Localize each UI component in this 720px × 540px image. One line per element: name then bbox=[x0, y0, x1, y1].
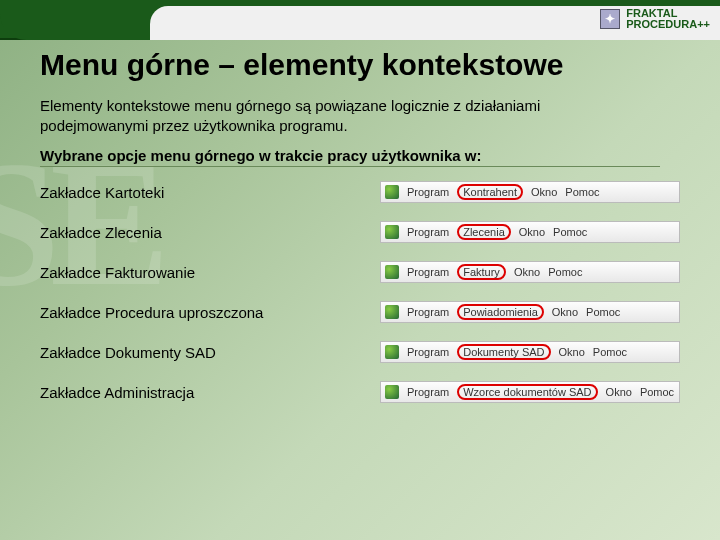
menu-item-okno[interactable]: Okno bbox=[552, 306, 578, 318]
menu-item-okno[interactable]: Okno bbox=[559, 346, 585, 358]
menu-item-pomoc[interactable]: Pomoc bbox=[586, 306, 620, 318]
brand-icon: ✦ bbox=[600, 9, 620, 29]
menu-item-program[interactable]: Program bbox=[407, 306, 449, 318]
row-label: Zakładce Dokumenty SAD bbox=[40, 344, 216, 361]
menu-item-program[interactable]: Program bbox=[407, 386, 449, 398]
menu-item-pomoc[interactable]: Pomoc bbox=[553, 226, 587, 238]
example-row: Zakładce Zlecenia Program Zlecenia Okno … bbox=[40, 221, 680, 243]
subheading: Wybrane opcje menu górnego w trakcie pra… bbox=[40, 147, 660, 167]
menubar-example: Program Dokumenty SAD Okno Pomoc bbox=[380, 341, 680, 363]
page-title: Menu górne – elementy kontekstowe bbox=[40, 48, 690, 82]
row-label: Zakładce Zlecenia bbox=[40, 224, 162, 241]
example-row: Zakładce Dokumenty SAD Program Dokumenty… bbox=[40, 341, 680, 363]
menu-item-pomoc[interactable]: Pomoc bbox=[565, 186, 599, 198]
menubar-example: Program Zlecenia Okno Pomoc bbox=[380, 221, 680, 243]
menubar-example: Program Wzorce dokumentów SAD Okno Pomoc bbox=[380, 381, 680, 403]
app-icon bbox=[385, 225, 399, 239]
row-label: Zakładce Fakturowanie bbox=[40, 264, 195, 281]
menu-item-context[interactable]: Zlecenia bbox=[457, 224, 511, 240]
menu-item-program[interactable]: Program bbox=[407, 186, 449, 198]
menu-item-program[interactable]: Program bbox=[407, 266, 449, 278]
example-row: Zakładce Kartoteki Program Kontrahent Ok… bbox=[40, 181, 680, 203]
app-icon bbox=[385, 185, 399, 199]
example-row: Zakładce Fakturowanie Program Faktury Ok… bbox=[40, 261, 680, 283]
menu-item-pomoc[interactable]: Pomoc bbox=[593, 346, 627, 358]
row-label: Zakładce Administracja bbox=[40, 384, 194, 401]
header-bar: ✦ FRAKTAL PROCEDURA++ bbox=[0, 0, 720, 40]
menubar-example: Program Kontrahent Okno Pomoc bbox=[380, 181, 680, 203]
menu-item-context[interactable]: Wzorce dokumentów SAD bbox=[457, 384, 597, 400]
menu-item-context[interactable]: Dokumenty SAD bbox=[457, 344, 550, 360]
brand-badge: ✦ FRAKTAL PROCEDURA++ bbox=[600, 8, 710, 30]
example-rows: Zakładce Kartoteki Program Kontrahent Ok… bbox=[40, 181, 690, 403]
app-icon bbox=[385, 385, 399, 399]
menubar-example: Program Powiadomienia Okno Pomoc bbox=[380, 301, 680, 323]
brand-line2: PROCEDURA++ bbox=[626, 19, 710, 30]
slide-content: Menu górne – elementy kontekstowe Elemen… bbox=[40, 48, 690, 403]
menu-item-okno[interactable]: Okno bbox=[531, 186, 557, 198]
intro-paragraph: Elementy kontekstowe menu górnego są pow… bbox=[40, 96, 600, 135]
row-label: Zakładce Procedura uproszczona bbox=[40, 304, 263, 321]
header-tab-curve bbox=[0, 0, 150, 40]
menu-item-context[interactable]: Faktury bbox=[457, 264, 506, 280]
menu-item-context[interactable]: Kontrahent bbox=[457, 184, 523, 200]
menu-item-pomoc[interactable]: Pomoc bbox=[548, 266, 582, 278]
menubar-example: Program Faktury Okno Pomoc bbox=[380, 261, 680, 283]
example-row: Zakładce Administracja Program Wzorce do… bbox=[40, 381, 680, 403]
app-icon bbox=[385, 305, 399, 319]
menu-item-okno[interactable]: Okno bbox=[606, 386, 632, 398]
app-icon bbox=[385, 265, 399, 279]
menu-item-program[interactable]: Program bbox=[407, 346, 449, 358]
row-label: Zakładce Kartoteki bbox=[40, 184, 164, 201]
menu-item-okno[interactable]: Okno bbox=[519, 226, 545, 238]
app-icon bbox=[385, 345, 399, 359]
menu-item-okno[interactable]: Okno bbox=[514, 266, 540, 278]
menu-item-pomoc[interactable]: Pomoc bbox=[640, 386, 674, 398]
example-row: Zakładce Procedura uproszczona Program P… bbox=[40, 301, 680, 323]
menu-item-context[interactable]: Powiadomienia bbox=[457, 304, 544, 320]
menu-item-program[interactable]: Program bbox=[407, 226, 449, 238]
